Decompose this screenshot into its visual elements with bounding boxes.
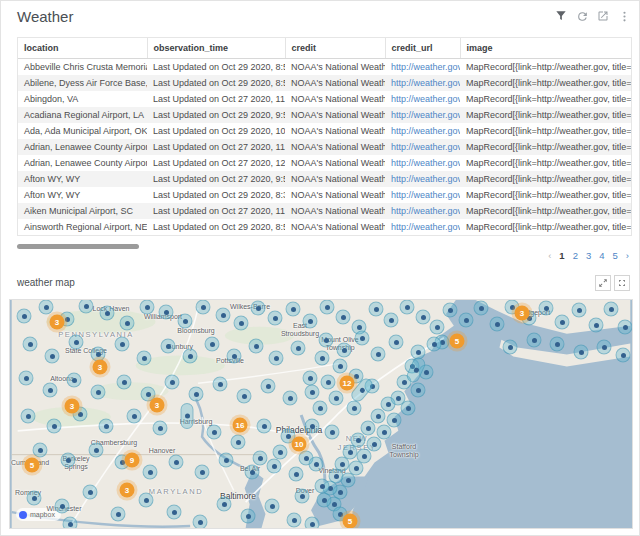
cluster-marker-orange[interactable]: 10 bbox=[292, 437, 307, 452]
cluster-marker-blue[interactable] bbox=[216, 308, 231, 323]
cluster-marker-blue[interactable] bbox=[140, 300, 155, 315]
cluster-marker-blue[interactable] bbox=[574, 345, 589, 360]
cluster-marker-blue[interactable] bbox=[286, 302, 301, 317]
cluster-marker-blue[interactable] bbox=[17, 309, 32, 324]
cluster-marker-blue[interactable] bbox=[21, 409, 36, 424]
cluster-marker-orange[interactable]: 16 bbox=[233, 418, 248, 433]
page-button-2[interactable]: 2 bbox=[573, 250, 578, 261]
cluster-marker-blue[interactable] bbox=[19, 371, 34, 386]
weather-map[interactable]: mapbox PENNSYLVANIAMARYLANDNEW JERSEYPhi… bbox=[9, 299, 633, 529]
cluster-marker-blue[interactable] bbox=[217, 497, 232, 512]
cluster-marker-blue[interactable] bbox=[291, 341, 306, 356]
cluster-marker-blue[interactable] bbox=[305, 419, 320, 434]
cluster-marker-blue[interactable] bbox=[427, 337, 442, 352]
cluster-marker-blue[interactable] bbox=[183, 349, 198, 364]
cluster-marker-blue[interactable] bbox=[196, 300, 211, 315]
open-in-new-icon[interactable] bbox=[596, 9, 610, 23]
cluster-marker-blue[interactable] bbox=[317, 493, 332, 508]
cluster-marker-blue[interactable] bbox=[61, 453, 76, 468]
cluster-marker-blue[interactable] bbox=[589, 318, 604, 333]
cluster-marker-blue[interactable] bbox=[237, 389, 252, 404]
cluster-marker-blue[interactable] bbox=[253, 451, 268, 466]
cluster-marker-blue[interactable] bbox=[261, 379, 276, 394]
cluster-marker-orange[interactable]: 3 bbox=[93, 360, 108, 375]
cluster-marker-blue[interactable] bbox=[120, 316, 135, 331]
cluster-marker-blue[interactable] bbox=[169, 455, 184, 470]
column-header-image[interactable]: image bbox=[460, 38, 631, 59]
cluster-marker-blue[interactable] bbox=[283, 391, 298, 406]
cluster-marker-blue[interactable] bbox=[555, 315, 570, 330]
cluster-marker-blue[interactable] bbox=[67, 373, 82, 388]
cluster-marker-orange[interactable]: 3 bbox=[120, 483, 135, 498]
cluster-marker-blue[interactable] bbox=[127, 409, 142, 424]
cluster-marker-blue[interactable] bbox=[572, 303, 587, 318]
cluster-marker-blue[interactable] bbox=[55, 499, 70, 514]
column-header-credit[interactable]: credit bbox=[285, 38, 385, 59]
cluster-marker-blue[interactable] bbox=[63, 517, 78, 530]
cell-credit_url[interactable]: http://weather.gov/ bbox=[385, 139, 460, 155]
cluster-marker-blue[interactable] bbox=[268, 311, 283, 326]
cell-credit_url[interactable]: http://weather.gov/ bbox=[385, 123, 460, 139]
cluster-marker-blue[interactable] bbox=[313, 401, 328, 416]
cluster-marker-blue[interactable] bbox=[303, 371, 318, 386]
cell-credit_url[interactable]: http://weather.gov/ bbox=[385, 107, 460, 123]
cluster-marker-blue[interactable] bbox=[231, 435, 246, 450]
cluster-marker-blue[interactable] bbox=[139, 493, 154, 508]
cluster-marker-blue[interactable] bbox=[251, 301, 266, 316]
cluster-marker-blue[interactable] bbox=[474, 301, 489, 316]
cluster-marker-blue[interactable] bbox=[193, 515, 208, 530]
cluster-marker-blue[interactable] bbox=[111, 507, 126, 522]
cluster-marker-blue[interactable] bbox=[207, 425, 222, 440]
refresh-icon[interactable] bbox=[575, 9, 589, 23]
cluster-marker-blue[interactable] bbox=[195, 465, 210, 480]
column-header-observation_time[interactable]: observation_time bbox=[147, 38, 285, 59]
cluster-marker-blue[interactable] bbox=[430, 320, 445, 335]
cluster-marker-blue[interactable] bbox=[371, 347, 386, 362]
cluster-marker-blue[interactable] bbox=[325, 425, 340, 440]
cluster-marker-orange[interactable]: 5 bbox=[25, 458, 40, 473]
cluster-marker-blue[interactable] bbox=[389, 335, 404, 350]
cluster-marker-blue[interactable] bbox=[265, 499, 280, 514]
filter-icon[interactable] bbox=[554, 9, 568, 23]
cluster-marker-blue[interactable] bbox=[384, 313, 399, 328]
cluster-marker-blue[interactable] bbox=[99, 419, 114, 434]
cluster-marker-blue[interactable] bbox=[47, 419, 62, 434]
cluster-marker-blue[interactable] bbox=[219, 453, 234, 468]
cluster-marker-blue[interactable] bbox=[23, 337, 38, 352]
cluster-marker-blue[interactable] bbox=[227, 349, 242, 364]
cluster-marker-blue[interactable] bbox=[597, 340, 612, 355]
cluster-marker-blue[interactable] bbox=[267, 459, 282, 474]
cluster-marker-blue[interactable] bbox=[69, 335, 84, 350]
cluster-marker-blue[interactable] bbox=[213, 377, 228, 392]
cluster-marker-blue[interactable] bbox=[79, 299, 94, 314]
cluster-marker-blue[interactable] bbox=[333, 359, 348, 374]
cluster-marker-blue[interactable] bbox=[287, 513, 302, 528]
page-button-4[interactable]: 4 bbox=[599, 250, 604, 261]
cell-credit_url[interactable]: http://weather.gov/ bbox=[385, 75, 460, 91]
cluster-marker-blue[interactable] bbox=[305, 385, 320, 400]
cell-credit_url[interactable]: http://weather.gov/ bbox=[385, 155, 460, 171]
fit-bounds-icon[interactable] bbox=[614, 275, 630, 291]
cluster-marker-blue[interactable] bbox=[189, 387, 204, 402]
cluster-marker-blue[interactable] bbox=[604, 302, 619, 317]
cluster-marker-blue[interactable] bbox=[355, 331, 370, 346]
cluster-marker-orange[interactable]: 9 bbox=[125, 453, 140, 468]
cluster-marker-blue[interactable] bbox=[245, 465, 260, 480]
cluster-marker-blue[interactable] bbox=[303, 314, 318, 329]
cluster-marker-blue[interactable] bbox=[319, 333, 334, 348]
cluster-marker-blue[interactable] bbox=[289, 467, 304, 482]
cluster-marker-blue[interactable] bbox=[27, 491, 42, 506]
more-vert-icon[interactable] bbox=[617, 9, 631, 23]
cluster-marker-blue[interactable] bbox=[490, 317, 505, 332]
page-next[interactable]: › bbox=[626, 250, 629, 261]
cluster-marker-blue[interactable] bbox=[329, 391, 344, 406]
mapbox-attribution[interactable]: mapbox bbox=[16, 508, 61, 521]
cluster-marker-blue[interactable] bbox=[159, 305, 174, 320]
cluster-marker-blue[interactable] bbox=[321, 375, 336, 390]
cluster-marker-blue[interactable] bbox=[539, 301, 554, 316]
cluster-marker-blue[interactable] bbox=[400, 300, 415, 315]
horizontal-scrollbar[interactable] bbox=[17, 244, 139, 249]
cluster-marker-blue[interactable] bbox=[337, 343, 352, 358]
cluster-marker-blue[interactable] bbox=[459, 313, 474, 328]
cluster-marker-blue[interactable] bbox=[527, 333, 542, 348]
